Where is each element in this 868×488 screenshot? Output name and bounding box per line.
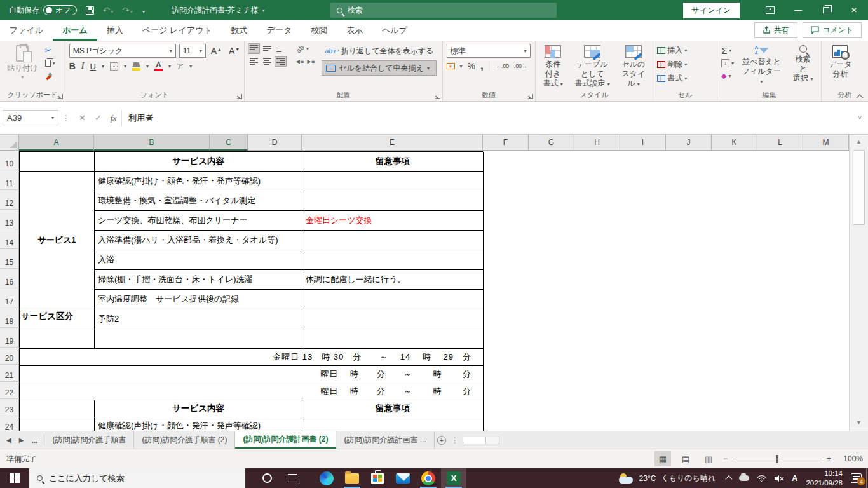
italic-button[interactable]: I bbox=[81, 61, 85, 71]
share-button[interactable]: 共有 bbox=[754, 22, 797, 38]
align-bottom-button[interactable] bbox=[275, 44, 286, 53]
row-header-20[interactable]: 20 bbox=[0, 348, 19, 365]
fill-button[interactable]: ↓▾ bbox=[721, 58, 734, 68]
cell-area[interactable]: サービス内容 留意事項 サービス1 健康確認(声掛け・顔色・発汗・発声等確認) … bbox=[19, 151, 849, 431]
row-header-10[interactable]: 10 bbox=[0, 151, 19, 170]
number-dialog-launcher[interactable] bbox=[528, 94, 533, 99]
ribbon-display-options-button[interactable] bbox=[756, 0, 784, 20]
font-name-select[interactable]: MS Pゴシック▾ bbox=[69, 44, 176, 58]
cortana-button[interactable] bbox=[254, 468, 280, 488]
paste-button[interactable]: 貼り付け ▾ bbox=[4, 44, 41, 90]
copy-button[interactable]: ▾ bbox=[45, 58, 55, 68]
orientation-button[interactable]: ab bbox=[294, 43, 305, 54]
cell-E19[interactable] bbox=[302, 329, 484, 349]
cut-button[interactable]: ✂ bbox=[45, 45, 55, 55]
vertical-scrollbar[interactable]: ▲ ▼ bbox=[849, 135, 868, 431]
row-header-23[interactable]: 23 bbox=[0, 399, 19, 416]
vertical-scroll-thumb[interactable] bbox=[853, 150, 865, 225]
underline-button[interactable]: U bbox=[90, 62, 96, 71]
search-box[interactable]: 検索 bbox=[330, 3, 557, 18]
taskbar-excel[interactable]: X bbox=[441, 468, 466, 488]
cell-A24[interactable] bbox=[20, 417, 95, 431]
font-size-select[interactable]: 11▾ bbox=[179, 44, 206, 58]
clock[interactable]: 10:14 2021/09/28 bbox=[806, 469, 843, 487]
cell-B15[interactable]: 入浴 bbox=[95, 250, 302, 270]
currency-format-button[interactable]: ¥ bbox=[447, 63, 455, 69]
column-header-k[interactable]: K bbox=[712, 135, 757, 151]
sheet-next-button[interactable]: ▶ bbox=[19, 437, 24, 444]
horizontal-scrollbar[interactable] bbox=[463, 437, 499, 444]
zoom-level[interactable]: 100% bbox=[837, 454, 863, 463]
align-right-button[interactable] bbox=[275, 57, 286, 66]
decrease-indent-button[interactable]: ◄≡ bbox=[295, 58, 304, 65]
sheet-tab-1[interactable]: (訪問)訪問介護手順書 bbox=[44, 431, 134, 449]
minimize-button[interactable]: — bbox=[784, 0, 812, 20]
row-header-16[interactable]: 16 bbox=[0, 269, 19, 288]
name-box[interactable]: A39▾ bbox=[3, 110, 58, 126]
cell-B14[interactable]: 入浴準備(湯ハリ・入浴部品・着換え・タオル等) bbox=[95, 231, 302, 250]
insert-cells-button[interactable]: 挿入▾ bbox=[657, 45, 687, 55]
task-view-button[interactable] bbox=[280, 468, 305, 488]
cell-A19[interactable] bbox=[20, 329, 95, 349]
taskbar-search[interactable]: ここに入力して検索 bbox=[29, 468, 245, 488]
decrease-decimal-button[interactable]: .00→ bbox=[514, 63, 527, 69]
undo-button[interactable]: ↶▾ bbox=[103, 6, 114, 15]
close-button[interactable]: ✕ bbox=[840, 0, 868, 20]
cell-row20-schedule[interactable]: 金曜日 13 時 30 分 ～ 14 時 29 分 bbox=[20, 349, 484, 366]
align-top-button[interactable] bbox=[248, 44, 259, 53]
align-left-button[interactable] bbox=[248, 57, 259, 66]
restore-button[interactable] bbox=[812, 0, 840, 20]
tabstrip-splitter[interactable]: ⋮ bbox=[451, 436, 459, 445]
start-button[interactable] bbox=[0, 468, 29, 488]
wrap-text-button[interactable]: ab↩ 折り返して全体を表示する bbox=[322, 44, 436, 58]
tab-review[interactable]: 校閲 bbox=[301, 20, 337, 41]
cell-B12[interactable]: 環境整備・換気・室温調整・バイタル測定 bbox=[95, 191, 302, 211]
view-normal-button[interactable]: ▦ bbox=[654, 451, 671, 466]
taskbar-explorer[interactable] bbox=[339, 468, 365, 488]
row-header-18[interactable]: 18 bbox=[0, 308, 19, 328]
row-header-11[interactable]: 11 bbox=[0, 170, 19, 190]
grow-font-button[interactable]: A▲ bbox=[209, 46, 224, 56]
volume-muted-icon[interactable] bbox=[774, 475, 784, 482]
clear-button[interactable]: ◆▾ bbox=[721, 71, 734, 81]
row-header-17[interactable]: 17 bbox=[0, 288, 19, 308]
row-header-14[interactable]: 14 bbox=[0, 229, 19, 249]
borders-button[interactable] bbox=[110, 62, 118, 71]
horizontal-scroll-thumb[interactable] bbox=[463, 437, 486, 444]
tab-view[interactable]: 表示 bbox=[337, 20, 372, 41]
find-select-button[interactable]: 検索と選択 ▾ bbox=[789, 44, 817, 90]
comment-button[interactable]: コメント bbox=[803, 22, 862, 38]
row-header-21[interactable]: 21 bbox=[0, 365, 19, 382]
tab-help[interactable]: ヘルプ bbox=[372, 20, 417, 41]
alignment-dialog-launcher[interactable] bbox=[435, 94, 440, 99]
row-header-13[interactable]: 13 bbox=[0, 210, 19, 229]
autosave-toggle[interactable]: 自動保存 オフ bbox=[9, 5, 77, 16]
column-header-j[interactable]: J bbox=[666, 135, 712, 151]
taskbar-mail[interactable] bbox=[390, 468, 416, 488]
insert-function-button[interactable]: fx bbox=[111, 113, 116, 123]
select-all-corner[interactable] bbox=[0, 135, 19, 151]
cell-B16[interactable]: 掃除(棚・手摺・洗面台・床・トイレ)洗濯 bbox=[95, 270, 302, 290]
tab-page-layout[interactable]: ページ レイアウト bbox=[133, 20, 222, 41]
confirm-entry-button[interactable]: ✓ bbox=[95, 113, 102, 123]
merge-center-button[interactable]: ↔ セルを結合して中央揃え ▾ bbox=[322, 61, 436, 75]
data-analysis-button[interactable]: データ分析 bbox=[825, 44, 855, 90]
view-page-break-button[interactable]: ▥ bbox=[700, 451, 717, 466]
zoom-in-button[interactable]: + bbox=[827, 454, 831, 463]
column-header-l[interactable]: L bbox=[757, 135, 803, 151]
sheet-tab-3-active[interactable]: (訪問)訪問介護計画書 (2) bbox=[235, 431, 336, 449]
cell-B13[interactable]: シーツ交換、布団乾燥、布団クリーナー bbox=[95, 211, 302, 231]
tab-data[interactable]: データ bbox=[257, 20, 302, 41]
cell-A23[interactable] bbox=[20, 400, 95, 417]
cell-A18[interactable]: サービス区分 bbox=[20, 309, 95, 329]
weather-widget[interactable]: 23°C くもりのち晴れ bbox=[619, 473, 719, 484]
taskbar-edge[interactable] bbox=[314, 468, 339, 488]
column-header-h[interactable]: H bbox=[574, 135, 620, 151]
cell-B24[interactable]: 健康確認(声掛け・顔色・発汗・発声等確認) bbox=[95, 417, 302, 431]
cell-E17[interactable] bbox=[302, 290, 484, 309]
align-center-button[interactable] bbox=[262, 57, 273, 66]
increase-decimal-button[interactable]: ←.00 bbox=[496, 63, 509, 69]
column-header-i[interactable]: I bbox=[620, 135, 666, 151]
cell-E12[interactable] bbox=[302, 191, 484, 211]
cell-row21-schedule[interactable]: 曜日 時 分 ～ 時 分 bbox=[20, 366, 484, 383]
